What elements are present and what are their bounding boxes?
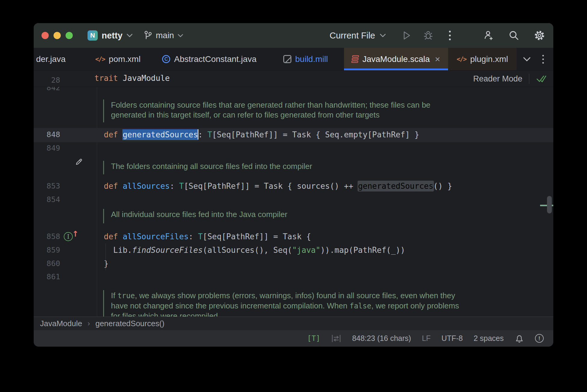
keyword-trait: trait: [94, 74, 118, 83]
line-number: 859: [34, 243, 60, 257]
code-line-848[interactable]: 848 def generatedSources: T[Seq[PathRef]…: [34, 128, 553, 142]
run-widget: Current File: [330, 23, 456, 48]
target-indicator[interactable]: [T]: [307, 334, 320, 343]
code-editor[interactable]: 842Folders containing source files that …: [34, 71, 553, 317]
line-separator[interactable]: LF: [422, 334, 431, 343]
line-number: 861: [34, 270, 60, 283]
run-configuration-selector[interactable]: Current File: [330, 31, 375, 41]
search-icon[interactable]: [508, 30, 520, 41]
code-text: }: [94, 257, 109, 270]
status-bar: [T] 848:23 (16 chars) LF UTF-8 2 spaces …: [34, 330, 553, 347]
tab-label: AbstractConstant.java: [174, 54, 257, 64]
user-add-icon[interactable]: [483, 30, 494, 41]
sticky-header-line[interactable]: 28 trait JavaModule Reader Mode: [34, 71, 553, 87]
tab-label: build.mill: [295, 54, 328, 64]
chevron-down-icon[interactable]: [380, 33, 386, 38]
code-text: Lib.findSourceFiles(allSources(), Seq("j…: [94, 243, 405, 257]
doc-comment-line: If true, we always show problems (errors…: [111, 291, 459, 301]
doc-comment-line: All individual source files fed into the…: [111, 210, 287, 219]
sticky-line-number: 28: [34, 74, 60, 87]
tab-der-java[interactable]: der.java: [34, 48, 84, 70]
java-class-icon: C: [162, 55, 170, 63]
indent-guide: [106, 243, 106, 270]
git-branch-icon: [143, 30, 152, 41]
xml-file-icon: </>: [95, 56, 105, 63]
title-bar: N netty main: [34, 23, 553, 48]
tab-options-kebab-icon[interactable]: [542, 54, 544, 64]
zoom-window-button[interactable]: [66, 32, 73, 39]
doc-comment-block: Folders containing source files that are…: [34, 100, 553, 122]
run-button[interactable]: [401, 29, 413, 41]
tab-label: plugin.xml: [470, 54, 508, 64]
scrollbar-thumb[interactable]: [547, 196, 552, 213]
doc-comment-bar: [103, 209, 104, 223]
doc-comment-block: If true, we always show problems (errors…: [34, 290, 553, 317]
sticky-right-controls: Reader Mode: [473, 71, 547, 87]
breadcrumb-bar: JavaModule › generatedSources(): [34, 317, 553, 330]
debug-button[interactable]: [422, 29, 434, 41]
code-line-858[interactable]: 858I↑ def allSourceFiles: T[Seq[PathRef]…: [34, 230, 553, 243]
vcs-branch-widget[interactable]: main: [143, 30, 183, 41]
code-line-853[interactable]: 853 def allSources: T[Seq[PathRef]] = Ta…: [34, 179, 553, 193]
code-line-859[interactable]: 859 Lib.findSourceFiles(allSources(), Se…: [34, 243, 553, 257]
doc-comment-line: The folders containing all source files …: [111, 161, 312, 171]
ide-window: N netty main: [34, 23, 553, 347]
more-actions-kebab-icon[interactable]: [444, 29, 456, 41]
tab-abstractconstant-java[interactable]: CAbstractConstant.java: [152, 48, 267, 70]
code-text: def allSourceFiles: T[Seq[PathRef]] = Ta…: [94, 230, 311, 243]
scala-file-icon: [351, 55, 359, 63]
soft-wrap-icon[interactable]: [331, 334, 341, 343]
chevron-down-icon: [126, 33, 133, 38]
line-number: 849: [34, 142, 60, 155]
doc-comment-line: for files which were recompiled.: [111, 311, 459, 317]
settings-gear-icon[interactable]: [533, 29, 546, 41]
doc-comment-bar: [103, 161, 104, 174]
project-icon: N: [88, 30, 98, 41]
titlebar-right-actions: [483, 23, 546, 48]
doc-comment-line: have not changed since the previous incr…: [111, 301, 459, 311]
doc-comment-block: All individual source files fed into the…: [34, 209, 553, 223]
editor-tab-bar: der.java</>pom.xmlCAbstractConstant.java…: [34, 48, 553, 71]
code-line-849[interactable]: 849: [34, 142, 553, 155]
breadcrumb-class[interactable]: JavaModule: [40, 319, 82, 328]
error-indicator-icon[interactable]: !: [535, 334, 544, 343]
doc-comment-bar: [103, 100, 104, 122]
hidden-tabs-chevron-icon[interactable]: [523, 57, 531, 62]
divider: [529, 74, 529, 84]
inspections-check-icon[interactable]: [536, 74, 547, 83]
tab-label: JavaModule.scala: [362, 54, 430, 64]
caret-position[interactable]: 848:23 (16 chars): [352, 334, 411, 343]
sticky-code-text[interactable]: trait JavaModule: [94, 74, 170, 83]
tab-plugin-xml[interactable]: </>plugin.xml: [448, 48, 517, 70]
target-override-icon[interactable]: I: [64, 232, 73, 241]
chevron-down-icon: [177, 34, 183, 38]
desktop: N netty main: [0, 0, 587, 392]
close-tab-icon[interactable]: ×: [435, 54, 440, 64]
reader-mode-button[interactable]: Reader Mode: [473, 74, 522, 84]
project-widget[interactable]: N netty: [88, 30, 133, 41]
file-encoding[interactable]: UTF-8: [441, 334, 463, 343]
doc-comment-line: generated in this target itself, or can …: [111, 110, 430, 120]
project-name: netty: [102, 31, 122, 41]
tab-label: pom.xml: [109, 54, 141, 64]
code-line-861[interactable]: 861: [34, 270, 553, 283]
tab-javamodule-scala[interactable]: JavaModule.scala×: [344, 48, 448, 70]
trait-name: JavaModule: [118, 74, 170, 83]
tab-pom-xml[interactable]: </>pom.xml: [84, 48, 152, 70]
branch-name: main: [156, 31, 174, 40]
line-number: 854: [34, 193, 60, 206]
line-number: 848: [34, 128, 60, 141]
doc-comment-line: Folders containing source files that are…: [111, 100, 430, 110]
tab-build-mill[interactable]: build.mill: [267, 48, 344, 70]
indent-setting[interactable]: 2 spaces: [474, 334, 504, 343]
line-number: 860: [34, 257, 60, 270]
code-line-860[interactable]: 860 }: [34, 257, 553, 270]
close-window-button[interactable]: [41, 32, 49, 39]
xml-file-icon: </>: [457, 56, 466, 63]
code-line-854[interactable]: 854: [34, 193, 553, 206]
notifications-bell-icon[interactable]: [515, 333, 524, 344]
breadcrumb-member[interactable]: generatedSources(): [95, 319, 164, 328]
code-text: def allSources: T[Seq[PathRef]] = Task {…: [94, 179, 452, 193]
minimize-window-button[interactable]: [54, 32, 61, 39]
doc-comment-block: The folders containing all source files …: [34, 161, 553, 174]
